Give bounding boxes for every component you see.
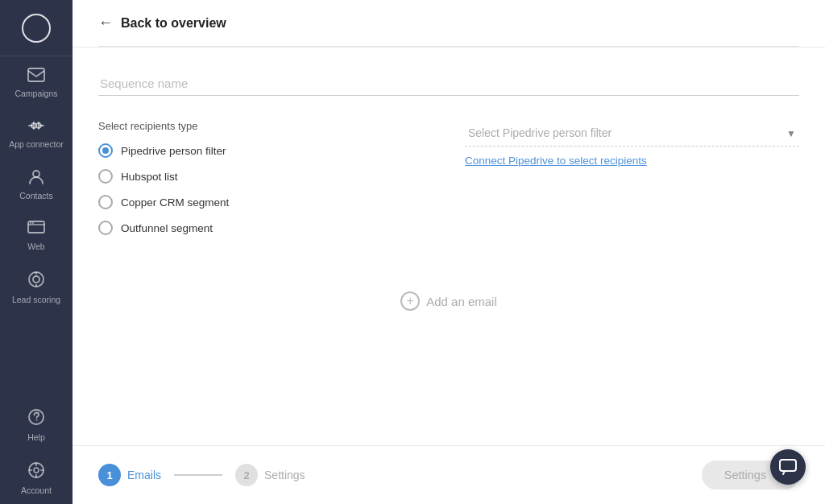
- page-header: ← Back to overview: [73, 0, 825, 48]
- web-icon: [27, 221, 45, 238]
- add-email-plus-icon: +: [400, 291, 420, 311]
- connect-pipedrive-link[interactable]: Connect Pipedrive to select recipients: [465, 155, 799, 167]
- settings-btn-label: Settings: [724, 469, 766, 481]
- step-1-label: Emails: [127, 469, 161, 481]
- pipedrive-dropdown-wrapper: Select Pipedrive person filter ▼: [465, 120, 799, 147]
- radio-label-outfunnel: Outfunnel segment: [121, 222, 213, 234]
- svg-point-3: [33, 171, 39, 177]
- radio-circle-pipedrive: [98, 143, 113, 158]
- svg-point-6: [30, 222, 31, 224]
- radio-outfunnel[interactable]: Outfunnel segment: [98, 221, 433, 235]
- campaigns-icon: [27, 68, 45, 85]
- main-content: ← Back to overview Select recipients typ…: [73, 0, 825, 504]
- sidebar-item-help[interactable]: Help: [0, 397, 73, 451]
- select-recipients-label: Select recipients type: [98, 120, 433, 132]
- add-email-section: + Add an email: [98, 283, 799, 319]
- svg-point-7: [32, 222, 34, 224]
- app-connector-icon: [27, 118, 45, 135]
- sidebar-label-web: Web: [27, 242, 44, 252]
- sidebar-label-help: Help: [27, 432, 45, 443]
- sidebar-item-account[interactable]: Account: [0, 450, 73, 504]
- step-2: 2 Settings: [235, 464, 305, 486]
- radio-label-hubspot: Hubspot list: [121, 171, 178, 183]
- step-2-number: 2: [243, 469, 249, 481]
- sidebar: Campaigns App connector Contacts: [0, 0, 73, 504]
- recipients-right: Select Pipedrive person filter ▼ Connect…: [465, 120, 799, 167]
- svg-point-15: [34, 468, 39, 473]
- svg-point-13: [36, 419, 38, 420]
- back-link-label: Back to overview: [121, 16, 226, 31]
- sidebar-label-contacts: Contacts: [19, 191, 52, 201]
- sequence-name-input[interactable]: [98, 72, 799, 96]
- radio-hubspot[interactable]: Hubspot list: [98, 169, 433, 184]
- recipients-left: Select recipients type Pipedrive person …: [98, 120, 433, 235]
- radio-circle-hubspot: [98, 169, 113, 184]
- lead-scoring-icon: [27, 271, 45, 291]
- svg-point-9: [33, 276, 39, 283]
- step-1: 1 Emails: [98, 464, 161, 486]
- step-indicator: 1 Emails 2 Settings: [98, 464, 305, 486]
- account-icon: [27, 461, 45, 481]
- radio-pipedrive[interactable]: Pipedrive person filter: [98, 143, 433, 158]
- sidebar-label-lead-scoring: Lead scoring: [12, 295, 60, 305]
- help-icon: [27, 408, 45, 428]
- contacts-icon: [27, 168, 45, 187]
- sidebar-item-campaigns[interactable]: Campaigns: [0, 56, 73, 107]
- sidebar-label-app-connector: App connector: [9, 139, 64, 150]
- add-email-button[interactable]: + Add an email: [384, 283, 513, 319]
- radio-circle-outfunnel: [98, 221, 113, 235]
- sidebar-item-app-connector[interactable]: App connector: [0, 107, 73, 158]
- step-2-label: Settings: [264, 469, 305, 481]
- sidebar-item-contacts[interactable]: Contacts: [0, 157, 73, 209]
- step-1-number: 1: [106, 469, 112, 481]
- pipedrive-filter-select[interactable]: Select Pipedrive person filter: [465, 120, 799, 147]
- sidebar-item-lead-scoring[interactable]: Lead scoring: [0, 259, 73, 313]
- footer: 1 Emails 2 Settings Settings ›: [73, 445, 825, 504]
- back-arrow-icon: ←: [98, 14, 113, 31]
- step-1-circle: 1: [98, 464, 121, 486]
- recipients-section: Select recipients type Pipedrive person …: [98, 120, 799, 235]
- radio-copper[interactable]: Copper CRM segment: [98, 195, 433, 209]
- svg-rect-0: [28, 68, 44, 81]
- sidebar-label-campaigns: Campaigns: [15, 89, 57, 99]
- chat-button[interactable]: [770, 449, 806, 485]
- step-divider: [174, 474, 222, 476]
- sidebar-item-web[interactable]: Web: [0, 209, 73, 260]
- radio-group: Pipedrive person filter Hubspot list Cop…: [98, 143, 433, 235]
- back-button[interactable]: ← Back to overview: [98, 14, 799, 46]
- header-divider: [98, 46, 799, 47]
- radio-label-copper: Copper CRM segment: [121, 196, 229, 209]
- radio-circle-copper: [98, 195, 113, 209]
- logo: [0, 0, 73, 56]
- svg-rect-20: [780, 460, 796, 471]
- sidebar-label-account: Account: [21, 485, 52, 496]
- logo-circle: [22, 14, 51, 43]
- step-2-circle: 2: [235, 464, 258, 486]
- radio-label-pipedrive: Pipedrive person filter: [121, 145, 226, 157]
- form-content: Select recipients type Pipedrive person …: [73, 48, 825, 445]
- add-email-label: Add an email: [426, 295, 497, 308]
